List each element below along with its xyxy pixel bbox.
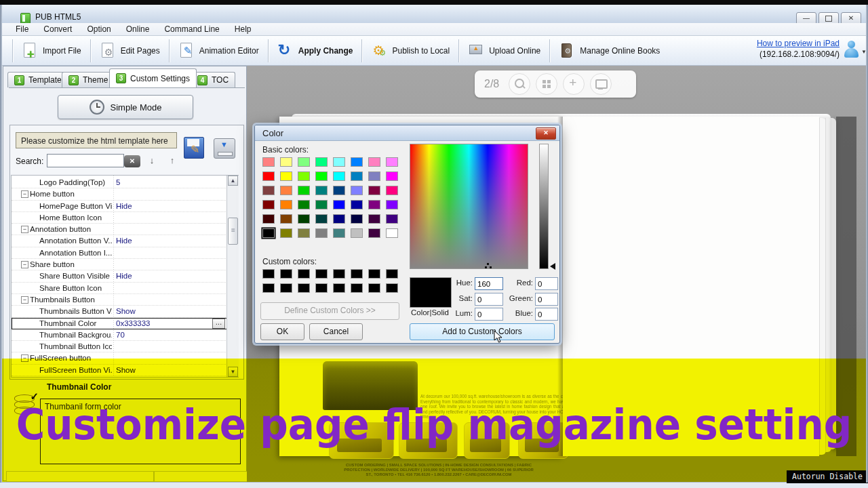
- settings-row[interactable]: Share Button Icon: [12, 283, 227, 294]
- account-avatar-icon[interactable]: [844, 41, 860, 60]
- color-swatch[interactable]: [315, 228, 328, 238]
- color-swatch[interactable]: [351, 200, 363, 209]
- color-swatch[interactable]: [315, 214, 328, 224]
- color-swatch[interactable]: [262, 186, 275, 195]
- hue-input[interactable]: [475, 277, 503, 290]
- hue-saturation-field[interactable]: [410, 144, 528, 269]
- collapse-icon[interactable]: [21, 190, 28, 198]
- color-swatch[interactable]: [298, 157, 310, 167]
- custom-color-swatch[interactable]: [298, 283, 310, 293]
- color-swatch[interactable]: [298, 228, 310, 238]
- title-bar[interactable]: PUB HTML5 — ✕: [0, 5, 868, 24]
- red-input[interactable]: [535, 277, 558, 290]
- toolbar-button[interactable]: Edit Pages: [91, 39, 169, 63]
- color-swatch[interactable]: [386, 171, 398, 181]
- save-template-icon[interactable]: [184, 137, 204, 159]
- custom-color-swatch[interactable]: [315, 283, 328, 293]
- fullscreen-icon[interactable]: [590, 73, 612, 95]
- color-swatch[interactable]: [262, 228, 275, 238]
- custom-color-swatch[interactable]: [262, 283, 275, 293]
- setting-value[interactable]: Hide: [116, 271, 211, 281]
- settings-row[interactable]: Annotation button: [12, 224, 227, 235]
- settings-row[interactable]: Annotation Button I...: [12, 247, 227, 259]
- color-swatch[interactable]: [386, 200, 398, 209]
- color-swatch[interactable]: [333, 214, 345, 224]
- toolbar-button[interactable]: Animation Editor: [170, 39, 268, 63]
- custom-color-swatch[interactable]: [315, 269, 328, 279]
- color-swatch[interactable]: [333, 171, 345, 181]
- custom-color-swatch[interactable]: [386, 283, 398, 293]
- tab-toc[interactable]: 4TOC: [191, 72, 235, 87]
- color-swatch[interactable]: [280, 157, 292, 167]
- color-swatch[interactable]: [280, 214, 292, 224]
- hue-sat-marker[interactable]: [485, 263, 492, 268]
- import-template-icon[interactable]: [214, 138, 235, 159]
- color-swatch[interactable]: [368, 214, 380, 224]
- scroll-thumb[interactable]: [228, 218, 238, 245]
- settings-row[interactable]: Home Button Icon: [12, 212, 227, 224]
- scroll-up-icon[interactable]: ▲: [228, 176, 238, 186]
- toolbar-button[interactable]: Apply Change: [269, 39, 362, 63]
- color-swatch[interactable]: [368, 200, 380, 209]
- collapse-icon[interactable]: [21, 296, 28, 304]
- custom-color-swatch[interactable]: [298, 269, 310, 279]
- menu-item[interactable]: Command Line: [157, 24, 226, 34]
- color-swatch[interactable]: [262, 171, 275, 181]
- color-swatch[interactable]: [386, 228, 398, 238]
- sort-down-icon[interactable]: ↓: [144, 153, 159, 168]
- settings-row[interactable]: Thumbnails Button: [12, 294, 227, 306]
- blue-input[interactable]: [535, 308, 558, 321]
- custom-color-swatch[interactable]: [333, 283, 345, 293]
- settings-row[interactable]: Logo Padding(Top) 5: [12, 177, 227, 188]
- custom-color-swatch[interactable]: [368, 269, 380, 279]
- settings-row[interactable]: Share button: [12, 259, 227, 270]
- custom-color-swatch[interactable]: [333, 269, 345, 279]
- color-swatch[interactable]: [280, 228, 292, 238]
- custom-color-swatch[interactable]: [280, 283, 292, 293]
- cancel-button[interactable]: Cancel: [309, 323, 363, 340]
- thumbnails-icon[interactable]: [536, 73, 557, 95]
- color-swatch[interactable]: [315, 200, 328, 209]
- color-swatch[interactable]: [262, 200, 275, 209]
- ellipsis-button[interactable]: [212, 319, 225, 329]
- green-input[interactable]: [535, 293, 558, 306]
- color-swatch[interactable]: [333, 200, 345, 209]
- setting-value[interactable]: Show: [116, 306, 211, 317]
- search-input[interactable]: [47, 154, 124, 167]
- settings-row[interactable]: Thumbnail Backgrou... 70: [12, 329, 227, 341]
- how-to-preview-link[interactable]: How to preview in iPad: [757, 39, 840, 48]
- luminance-bar[interactable]: [539, 144, 549, 269]
- settings-row[interactable]: HomePage Button Vi... Hide: [12, 201, 227, 212]
- zoom-in-icon[interactable]: [563, 73, 585, 95]
- tab-theme[interactable]: 2Theme: [62, 72, 115, 87]
- color-swatch[interactable]: [351, 186, 363, 195]
- setting-value[interactable]: 70: [116, 330, 211, 340]
- clear-search-icon[interactable]: ✕: [124, 155, 140, 167]
- color-swatch[interactable]: [351, 228, 363, 238]
- collapse-icon[interactable]: [21, 226, 28, 233]
- settings-row[interactable]: Home button: [12, 188, 227, 200]
- color-swatch[interactable]: [386, 157, 398, 167]
- color-swatch[interactable]: [368, 171, 380, 181]
- settings-row[interactable]: Thumbnail Button Icon: [12, 341, 227, 352]
- color-swatch[interactable]: [262, 214, 275, 224]
- toolbar-button[interactable]: Manage Online Books: [550, 39, 669, 63]
- menu-item[interactable]: Online: [119, 24, 157, 34]
- color-swatch[interactable]: [368, 228, 380, 238]
- dialog-close-icon[interactable]: ✕: [536, 127, 556, 140]
- lum-input[interactable]: [475, 308, 503, 321]
- color-swatch[interactable]: [351, 214, 363, 224]
- custom-color-swatch[interactable]: [351, 283, 363, 293]
- dialog-title-bar[interactable]: Color ✕: [255, 125, 559, 141]
- color-swatch[interactable]: [315, 171, 328, 181]
- toolbar-button[interactable]: Upload Online: [459, 39, 549, 63]
- setting-value[interactable]: 0x333333: [116, 319, 211, 329]
- color-swatch[interactable]: [351, 171, 363, 181]
- menu-item[interactable]: Option: [79, 24, 118, 34]
- color-swatch[interactable]: [368, 157, 380, 167]
- setting-value[interactable]: 5: [116, 178, 211, 188]
- color-swatch[interactable]: [280, 171, 292, 181]
- menu-item[interactable]: Convert: [36, 24, 79, 34]
- color-swatch[interactable]: [262, 157, 275, 167]
- custom-color-swatch[interactable]: [351, 269, 363, 279]
